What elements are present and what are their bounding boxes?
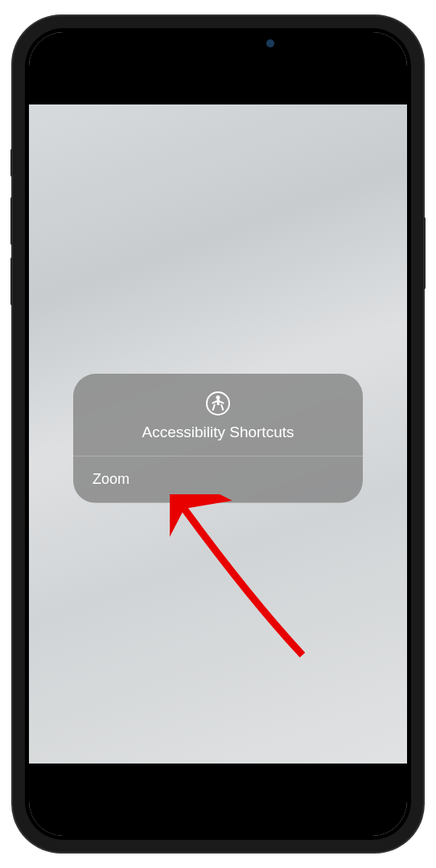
mute-switch xyxy=(10,149,13,177)
blurred-background: Accessibility Shortcuts Zoom xyxy=(29,104,407,764)
phone-bezel: Accessibility Shortcuts Zoom xyxy=(25,28,411,840)
front-camera xyxy=(266,39,274,47)
accessibility-icon xyxy=(206,391,230,416)
letterbox-bottom xyxy=(29,764,407,836)
screen: Accessibility Shortcuts Zoom xyxy=(29,32,407,836)
notch xyxy=(138,32,298,55)
phone-frame: Accessibility Shortcuts Zoom xyxy=(13,16,423,852)
power-button xyxy=(423,217,426,289)
accessibility-shortcuts-popup: Accessibility Shortcuts Zoom xyxy=(73,374,363,503)
volume-down-button xyxy=(10,257,13,305)
annotation-arrow xyxy=(170,494,315,663)
zoom-shortcut-item[interactable]: Zoom xyxy=(73,456,363,503)
popup-header: Accessibility Shortcuts xyxy=(73,374,363,456)
popup-title: Accessibility Shortcuts xyxy=(142,424,294,441)
volume-up-button xyxy=(10,197,13,245)
shortcut-label: Zoom xyxy=(93,471,130,487)
